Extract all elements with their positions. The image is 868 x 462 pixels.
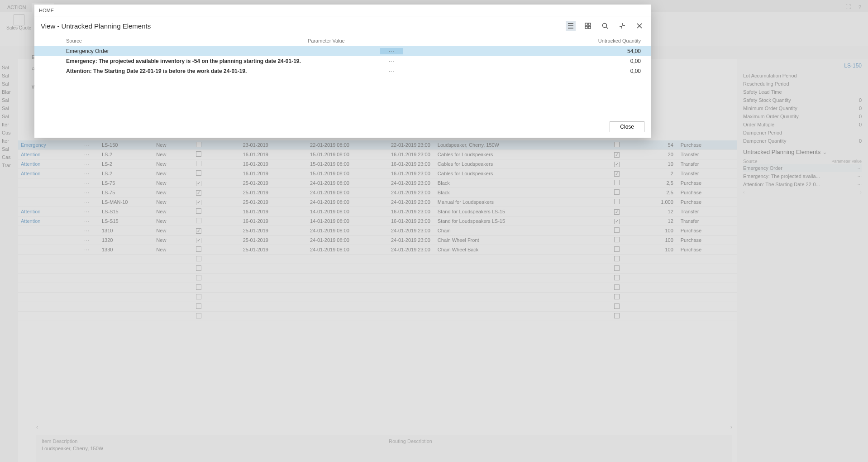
close-button[interactable]: Close (610, 121, 644, 132)
modal-row[interactable]: Emergency Order···54,00 (34, 46, 651, 56)
col-untracked-quantity[interactable]: Untracked Quantity (475, 38, 644, 43)
col-parameter-value[interactable]: Parameter Value (308, 38, 475, 43)
svg-rect-6 (588, 26, 591, 29)
modal-qty: 54,00 (475, 48, 644, 54)
modal-title: View - Untracked Planning Elements (41, 22, 151, 30)
modal-source: Attention: The Starting Date 22-01-19 is… (41, 68, 308, 74)
modal-qty: 0,00 (475, 68, 644, 74)
search-icon[interactable] (600, 21, 610, 31)
modal-source: Emergency: The projected available inven… (41, 58, 308, 64)
svg-rect-4 (588, 23, 591, 25)
modal-tab-home[interactable]: HOME (34, 5, 651, 16)
modal-grid-body: Emergency Order···54,00Emergency: The pr… (34, 46, 651, 76)
list-view-icon[interactable] (566, 21, 576, 31)
collapse-icon[interactable] (617, 21, 627, 31)
modal-qty: 0,00 (475, 58, 644, 64)
untracked-planning-modal: HOME View - Untracked Planning Elements … (34, 5, 651, 138)
close-icon[interactable] (634, 21, 644, 31)
svg-line-8 (606, 27, 608, 29)
modal-param-actions-icon[interactable]: ··· (380, 58, 402, 64)
modal-column-headers: Source Parameter Value Untracked Quantit… (34, 35, 651, 46)
svg-rect-3 (585, 23, 587, 25)
modal-source: Emergency Order (41, 48, 308, 54)
svg-point-7 (603, 24, 607, 28)
col-source[interactable]: Source (41, 38, 308, 43)
svg-rect-5 (585, 26, 587, 29)
modal-param-actions-icon[interactable]: ··· (380, 68, 402, 74)
tile-view-icon[interactable] (583, 21, 593, 31)
modal-row[interactable]: Emergency: The projected available inven… (34, 56, 651, 66)
modal-row[interactable]: Attention: The Starting Date 22-01-19 is… (34, 66, 651, 76)
modal-param-actions-icon[interactable]: ··· (380, 48, 402, 54)
